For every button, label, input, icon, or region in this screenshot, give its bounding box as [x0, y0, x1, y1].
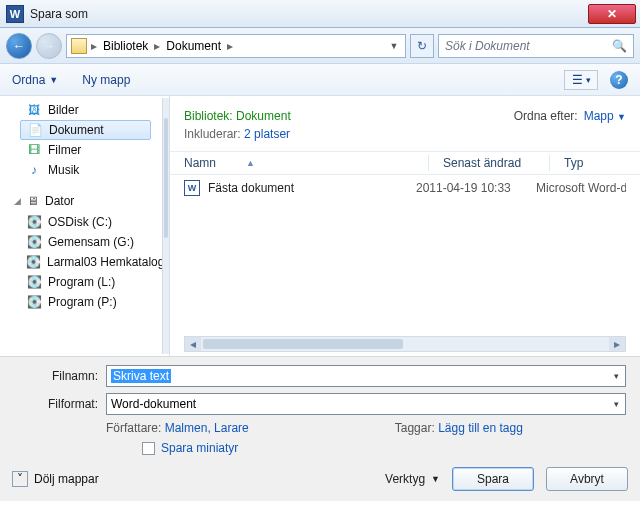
sidebar-drive[interactable]: 💽Larmal03 Hemkatalog (H:) — [0, 252, 161, 272]
tools-menu[interactable]: Verktyg ▼ — [385, 472, 440, 486]
refresh-button[interactable]: ↻ — [410, 34, 434, 58]
checkbox-icon — [142, 442, 155, 455]
music-icon: ♪ — [26, 162, 42, 178]
sidebar-item-pictures[interactable]: 🖼Bilder — [0, 100, 161, 120]
column-type[interactable]: Typ — [550, 156, 640, 170]
disk-icon: 💽 — [26, 234, 42, 250]
filename-value: Skriva text — [111, 369, 171, 383]
disk-icon: 💽 — [26, 294, 42, 310]
horizontal-scrollbar[interactable]: ◂ ▸ — [184, 336, 626, 352]
sidebar-drive[interactable]: 💽OSDisk (C:) — [0, 212, 161, 232]
file-list: WFästa dokument 2011-04-19 10:33 Microso… — [170, 175, 640, 356]
breadcrumb-item[interactable]: Bibliotek — [101, 39, 150, 53]
save-thumbnail-checkbox[interactable]: Spara miniatyr — [142, 441, 626, 455]
scroll-right-icon[interactable]: ▸ — [609, 337, 625, 351]
dialog-actions: ˅ Dölj mappar Verktyg ▼ Spara Avbryt — [0, 463, 640, 501]
computer-icon: 🖥 — [27, 194, 39, 208]
format-label: Filformat: — [14, 397, 98, 411]
help-button[interactable]: ? — [610, 71, 628, 89]
forward-button[interactable]: → — [36, 33, 62, 59]
column-name[interactable]: Namn▲ — [170, 156, 428, 170]
library-header: Bibliotek: Dokument Ordna efter: Mapp ▼ … — [170, 96, 640, 145]
scroll-left-icon[interactable]: ◂ — [185, 337, 201, 351]
sidebar-item-videos[interactable]: 🎞Filmer — [0, 140, 161, 160]
library-title: Bibliotek: Dokument — [184, 104, 291, 125]
chevron-right-icon: ▸ — [91, 39, 97, 53]
search-placeholder: Sök i Dokument — [445, 39, 530, 53]
nav-scrollbar[interactable] — [162, 98, 169, 354]
scrollbar-thumb[interactable] — [203, 339, 403, 349]
collapse-icon: ˅ — [12, 471, 28, 487]
search-input[interactable]: Sök i Dokument 🔍 — [438, 34, 634, 58]
author-meta: Författare: Malmen, Larare — [106, 421, 249, 435]
sidebar-item-documents[interactable]: 📄Dokument — [20, 120, 151, 140]
hide-folders-button[interactable]: ˅ Dölj mappar — [12, 471, 99, 487]
chevron-right-icon: ▸ — [227, 39, 233, 53]
pictures-icon: 🖼 — [26, 102, 42, 118]
title-bar: W Spara som ✕ — [0, 0, 640, 28]
body-split: 🖼Bilder 📄Dokument 🎞Filmer ♪Musik ◢🖥Dator… — [0, 96, 640, 356]
sidebar-drive[interactable]: 💽Gemensam (G:) — [0, 232, 161, 252]
sidebar-computer-header[interactable]: ◢🖥Dator — [0, 190, 161, 212]
toolbar: Ordna▼ Ny mapp ☰ ▾ ? — [0, 64, 640, 96]
sort-by-control[interactable]: Ordna efter: Mapp ▼ — [514, 109, 626, 123]
sidebar-drive[interactable]: 💽Program (L:) — [0, 272, 161, 292]
format-field[interactable]: Word-dokument ▾ — [106, 393, 626, 415]
breadcrumb-item[interactable]: Dokument — [164, 39, 223, 53]
breadcrumb[interactable]: ▸ Bibliotek ▸ Dokument ▸ ▼ — [66, 34, 406, 58]
scrollbar-thumb[interactable] — [164, 118, 168, 238]
chevron-down-icon: ▼ — [617, 112, 626, 122]
author-value[interactable]: Malmen, Larare — [165, 421, 249, 435]
navigation-pane: 🖼Bilder 📄Dokument 🎞Filmer ♪Musik ◢🖥Dator… — [0, 96, 170, 356]
folder-icon — [71, 38, 87, 54]
column-headers: Namn▲ Senast ändrad Typ — [170, 151, 640, 175]
videos-icon: 🎞 — [26, 142, 42, 158]
cancel-button[interactable]: Avbryt — [546, 467, 628, 491]
chevron-down-icon[interactable]: ▾ — [609, 396, 623, 412]
save-button[interactable]: Spara — [452, 467, 534, 491]
word-doc-icon: W — [184, 180, 200, 196]
tags-value[interactable]: Lägg till en tagg — [438, 421, 523, 435]
close-button[interactable]: ✕ — [588, 4, 636, 24]
chevron-right-icon: ▸ — [154, 39, 160, 53]
word-app-icon: W — [6, 5, 24, 23]
search-icon: 🔍 — [612, 39, 627, 53]
view-options-button[interactable]: ☰ ▾ — [564, 70, 598, 90]
disk-icon: 💽 — [26, 274, 42, 290]
address-bar: ← → ▸ Bibliotek ▸ Dokument ▸ ▼ ↻ Sök i D… — [0, 28, 640, 64]
save-form: Filnamn: Skriva text ▾ Filformat: Word-d… — [0, 356, 640, 463]
format-value: Word-dokument — [111, 397, 196, 411]
window-title: Spara som — [30, 7, 588, 21]
filename-field[interactable]: Skriva text ▾ — [106, 365, 626, 387]
organize-menu[interactable]: Ordna▼ — [12, 73, 58, 87]
includes-link[interactable]: 2 platser — [244, 127, 290, 141]
sort-asc-icon: ▲ — [246, 158, 255, 168]
sidebar-drive[interactable]: 💽Program (P:) — [0, 292, 161, 312]
back-button[interactable]: ← — [6, 33, 32, 59]
sidebar-item-music[interactable]: ♪Musik — [0, 160, 161, 180]
new-folder-button[interactable]: Ny mapp — [82, 73, 130, 87]
main-pane: Bibliotek: Dokument Ordna efter: Mapp ▼ … — [170, 96, 640, 356]
history-dropdown-icon[interactable]: ▼ — [387, 41, 401, 51]
expand-icon: ◢ — [14, 196, 21, 206]
disk-icon: 💽 — [26, 254, 41, 270]
documents-icon: 📄 — [27, 122, 43, 138]
chevron-down-icon: ▼ — [431, 474, 440, 484]
chevron-down-icon[interactable]: ▾ — [609, 368, 623, 384]
disk-icon: 💽 — [26, 214, 42, 230]
filename-label: Filnamn: — [14, 369, 98, 383]
column-date[interactable]: Senast ändrad — [429, 156, 549, 170]
file-row[interactable]: WFästa dokument 2011-04-19 10:33 Microso… — [170, 175, 640, 201]
tags-meta: Taggar: Lägg till en tagg — [395, 421, 523, 435]
library-includes: Inkluderar: 2 platser — [184, 127, 626, 141]
